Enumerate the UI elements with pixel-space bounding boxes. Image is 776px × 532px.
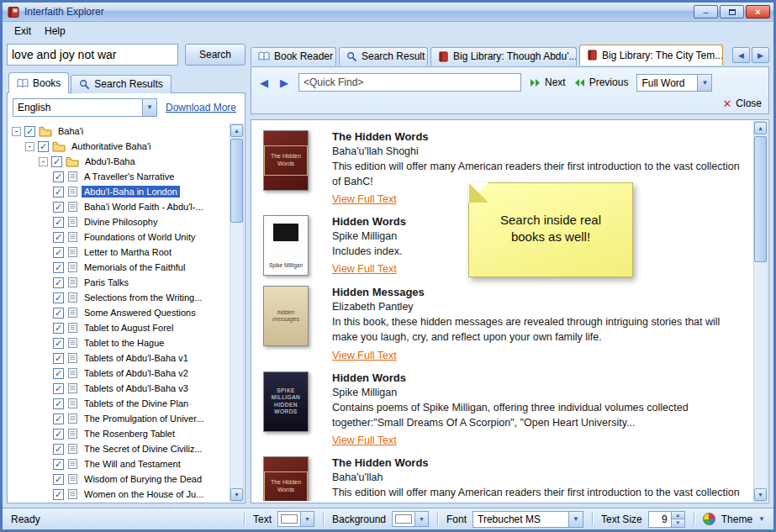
menu-exit[interactable]: Exit [8,24,38,39]
tree-item-label[interactable]: Tablets of Abdu'l-Baha v3 [82,382,191,394]
checkbox-icon[interactable]: ✓ [53,383,64,394]
checkbox-icon[interactable]: ✓ [53,247,64,258]
tree-item-book[interactable]: ✓ Paris Talks [9,275,229,290]
scroll-up-icon[interactable]: ▲ [754,122,767,134]
tree-item-label[interactable]: Women on the House of Ju... [82,488,206,500]
scroll-down-icon[interactable]: ▼ [754,488,767,501]
checkbox-icon[interactable]: ✓ [53,217,64,228]
tree-item-label[interactable]: A Traveller's Narrative [82,171,177,182]
tree-item-book[interactable]: ✓ Wisdom of Burying the Dead [9,471,229,487]
tree-item-label[interactable]: Tablet to August Forel [82,322,176,334]
tree-item-book[interactable]: ✓ Foundations of World Unity [9,229,229,245]
tree-item-label[interactable]: Divine Philosophy [82,216,160,228]
tree-item-label[interactable]: Baha'i World Faith - Abdu'l-... [82,201,206,213]
search-input[interactable] [7,44,178,66]
book-cover[interactable]: Spike Milligan [263,215,309,276]
checkbox-icon[interactable]: ✓ [51,156,62,167]
tree-item-book[interactable]: ✓ Divine Philosophy [9,214,229,229]
book-cover[interactable]: The Hidden Words [263,130,309,191]
checkbox-icon[interactable]: ✓ [53,429,64,440]
tree-item-label[interactable]: Memorials of the Faithful [82,261,187,273]
checkbox-icon[interactable]: ✓ [53,187,64,198]
collapse-icon[interactable]: - [25,142,34,151]
tree-folder[interactable]: - ✓ Authoritative Baha'i [9,139,229,154]
tree-item-book[interactable]: ✓ Tablets of the Divine Plan [9,396,229,411]
checkbox-icon[interactable]: ✓ [53,323,64,334]
tree-item-label[interactable]: The Promulgation of Univer... [82,413,206,424]
tab-scroll-left-icon[interactable]: ◀ [732,47,750,63]
spin-down-icon[interactable]: ▼ [672,519,684,527]
tree-item-label[interactable]: Tablets of the Divine Plan [82,398,191,409]
checkbox-icon[interactable]: ✓ [53,338,64,349]
tree-item-book[interactable]: ✓ Women on the House of Ju... [9,487,229,502]
chevron-down-icon[interactable]: ▼ [758,515,765,523]
tree-item-book[interactable]: ✓ Some Answered Questions [9,305,229,320]
chevron-down-icon[interactable]: ▼ [142,99,156,116]
scroll-down-icon[interactable]: ▼ [230,488,243,501]
tree-item-book[interactable]: ✓ Abdu'l-Baha in London [9,184,229,199]
tab-scroll-right-icon[interactable]: ▶ [752,47,769,63]
nav-back-icon[interactable]: ◀ [258,76,270,89]
spin-up-icon[interactable]: ▲ [672,512,684,519]
tree-item-label[interactable]: Some Answered Questions [82,307,198,319]
chevron-down-icon[interactable]: ▼ [300,512,314,526]
collapse-icon[interactable]: - [12,127,21,136]
tree-item-book[interactable]: ✓ Memorials of the Faithful [9,260,229,275]
scroll-up-icon[interactable]: ▲ [230,124,243,137]
font-select[interactable]: Trebuchet MS ▼ [472,511,583,528]
language-select[interactable]: English ▼ [13,98,157,117]
tree-item-book[interactable]: ✓ Baha'i World Faith - Abdu'l-... [9,199,229,214]
collapse-icon[interactable]: - [39,157,48,166]
tree-item-book[interactable]: ✓ The Promulgation of Univer... [9,411,229,426]
checkbox-icon[interactable]: ✓ [24,126,35,137]
minimize-button[interactable]: – [694,5,718,18]
search-button[interactable]: Search [185,44,245,66]
theme-label[interactable]: Theme [721,514,752,525]
book-cover[interactable]: SPIKE MILLIGAN HIDDEN WORDS [263,371,309,432]
tree-item-book[interactable]: ✓ Selections from the Writing... [9,290,229,305]
view-full-text-link[interactable]: View Full Text [332,193,397,205]
checkbox-icon[interactable]: ✓ [53,277,64,288]
checkbox-icon[interactable]: ✓ [53,474,64,485]
checkbox-icon[interactable]: ✓ [53,398,64,409]
tree-folder[interactable]: - ✓ Abdu'l-Baha [9,154,229,169]
download-more-link[interactable]: Download More [166,102,236,113]
previous-button[interactable]: Previous [574,76,629,88]
checkbox-icon[interactable]: ✓ [53,413,64,424]
tree-item-label[interactable]: Paris Talks [82,277,131,288]
tree-scrollbar[interactable]: ▲ ▼ [230,124,244,502]
tree-item-label[interactable]: Selections from the Writing... [82,292,204,303]
book-cover[interactable]: hidden messages [263,286,309,346]
tree-item-book[interactable]: ✓ The Rosenberg Tablet [9,426,229,441]
word-mode-select[interactable]: Full Word ▼ [636,74,712,92]
tree-item-label[interactable]: Tablets of Abdu'l-Baha v1 [82,352,191,364]
checkbox-icon[interactable]: ✓ [53,444,64,455]
tree-item-book[interactable]: ✓ Tablets of Abdu'l-Baha v2 [9,366,229,381]
checkbox-icon[interactable]: ✓ [53,353,64,364]
tree-item-label[interactable]: The Will and Testament [82,458,183,470]
close-button[interactable]: × [746,5,770,18]
tab-big-library-1[interactable]: Big Library: Though Abdu'... [430,47,577,66]
scrollbar-thumb[interactable] [754,136,767,262]
view-full-text-link[interactable]: View Full Text [332,435,397,446]
tree-item-label[interactable]: Tablets of Abdu'l-Baha v2 [82,367,191,379]
view-full-text-link[interactable]: View Full Text [332,263,397,275]
tab-search-result[interactable]: Search Result [339,47,428,66]
checkbox-icon[interactable]: ✓ [53,308,64,319]
tree-item-book[interactable]: ✓ Tablets of Abdu'l-Baha v3 [9,381,229,396]
checkbox-icon[interactable]: ✓ [53,292,64,303]
tree-folder-label[interactable]: Abdu'l-Baha [82,155,138,167]
checkbox-icon[interactable]: ✓ [53,171,64,182]
tree-item-book[interactable]: ✓ The Will and Testament [9,456,229,471]
tree-folder-label[interactable]: Authoritative Baha'i [69,140,153,152]
tab-search-results[interactable]: Search Results [71,75,171,93]
checkbox-icon[interactable]: ✓ [53,262,64,273]
tree-folder[interactable]: - ✓ Baha'i [9,124,229,139]
nav-forward-icon[interactable]: ▶ [278,76,290,89]
next-button[interactable]: Next [530,76,566,88]
tree-item-book[interactable]: ✓ Tablet to the Hague [9,335,229,350]
checkbox-icon[interactable]: ✓ [53,202,64,213]
tree-item-book[interactable]: ✓ Tablets of Abdu'l-Baha v1 [9,350,229,366]
tree-item-book[interactable]: ✓ Tablet to August Forel [9,320,229,335]
tree-folder-label[interactable]: Baha'i [55,125,86,137]
